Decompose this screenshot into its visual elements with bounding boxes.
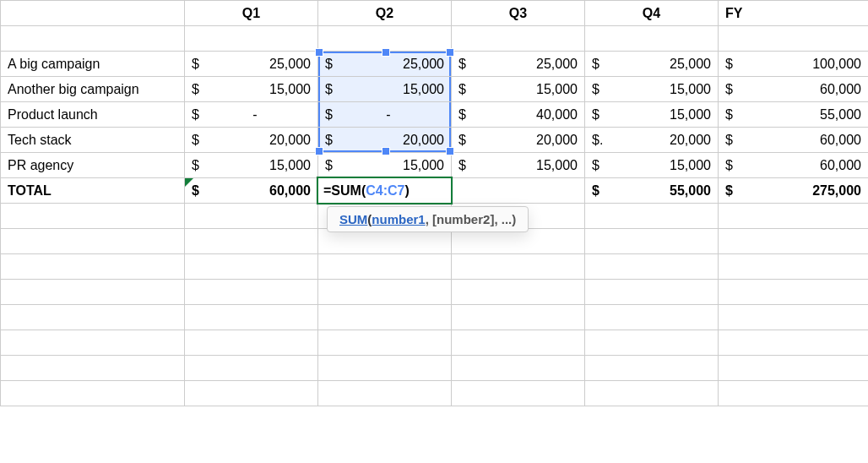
formula-function-name: SUM (331, 183, 361, 199)
currency-symbol: $ (192, 57, 199, 72)
row-label[interactable]: Product launch (1, 102, 185, 128)
total-label[interactable]: TOTAL (1, 178, 185, 204)
formula-equals: = (323, 183, 331, 199)
range-handle-icon[interactable] (446, 48, 454, 57)
cell-q2 range-cell[interactable]: $25,000 (318, 52, 452, 77)
header-q3[interactable]: Q3 (452, 1, 585, 26)
cell-q2[interactable]: $15,000 (318, 153, 452, 178)
range-handle-icon[interactable] (315, 48, 323, 57)
active-formula-cell[interactable]: =SUM(C4:C7) SUM(number1, [number2], ...) (318, 178, 452, 204)
empty-row (1, 26, 869, 52)
currency-symbol: $ (458, 57, 466, 72)
cell-q4[interactable]: $25,000 (585, 52, 719, 77)
total-q1[interactable]: $60,000 (185, 178, 318, 204)
cell-q2 range-cell[interactable]: $15,000 (318, 77, 452, 102)
row-label[interactable]: Tech stack (1, 128, 185, 153)
row-label[interactable]: Another big campaign (1, 77, 185, 102)
total-fy[interactable]: $275,000 (719, 178, 869, 204)
cell-q3[interactable]: $25,000 (452, 52, 585, 77)
table-row: Tech stack $20,000 $20,000 $20,000 $.20,… (1, 128, 869, 153)
total-q4[interactable]: $55,000 (585, 178, 719, 204)
cell-q3[interactable]: $40,000 (452, 102, 585, 128)
total-row: TOTAL $60,000 =SUM(C4:C7) SUM(number1, [… (1, 178, 869, 204)
formula-range-ref: C4:C7 (366, 183, 404, 199)
cell-q3[interactable]: $15,000 (452, 77, 585, 102)
cell-q3[interactable]: $15,000 (452, 153, 585, 178)
cell-q3[interactable]: $20,000 (452, 128, 585, 153)
formula-editor[interactable]: =SUM(C4:C7) (317, 177, 453, 204)
cell-q1[interactable]: $20,000 (185, 128, 318, 153)
cell-q2 range-cell[interactable]: $- (318, 102, 452, 128)
range-handle-icon[interactable] (315, 147, 323, 155)
cell-fy[interactable]: $60,000 (719, 153, 869, 178)
cell-fy[interactable]: $100,000 (719, 52, 869, 77)
currency-symbol: $ (592, 57, 599, 72)
cell-q4[interactable]: $.20,000 (585, 128, 719, 153)
row-label[interactable]: PR agency (1, 153, 185, 178)
row-label[interactable]: A big campaign (1, 52, 185, 77)
total-q3[interactable] (452, 178, 585, 204)
header-q2[interactable]: Q2 (318, 1, 452, 26)
cell-q4[interactable]: $15,000 (585, 153, 719, 178)
function-tooltip: SUM(number1, [number2], ...) (327, 206, 529, 232)
header-fy[interactable]: FY (719, 1, 869, 26)
spreadsheet-grid[interactable]: Q1 Q2 Q3 Q4 FY A big campaign $25,000 $2… (0, 0, 868, 406)
cell-q2 range-cell[interactable]: $20,000 (318, 128, 452, 153)
cell-fy[interactable]: $55,000 (719, 102, 869, 128)
cell-q4[interactable]: $15,000 (585, 102, 719, 128)
range-handle-icon[interactable] (382, 147, 390, 155)
currency-symbol: $ (725, 57, 733, 72)
error-indicator-icon (185, 178, 193, 187)
cell-q1[interactable]: $15,000 (185, 77, 318, 102)
cell-fy[interactable]: $60,000 (719, 128, 869, 153)
table-row: PR agency $15,000 $15,000 $15,000 $15,00… (1, 153, 869, 178)
table-row: A big campaign $25,000 $25,000 $25,000 $… (1, 52, 869, 77)
table-row: Another big campaign $15,000 $15,000 $15… (1, 77, 869, 102)
cell-q1[interactable]: $- (185, 102, 318, 128)
cell-q1[interactable]: $25,000 (185, 52, 318, 77)
range-handle-icon[interactable] (446, 147, 454, 155)
cell-fy[interactable]: $60,000 (719, 77, 869, 102)
tooltip-current-arg: number1 (372, 212, 425, 226)
currency-symbol: $ (325, 57, 333, 72)
header-q4[interactable]: Q4 (585, 1, 719, 26)
table-row: Product launch $- $- $40,000 $15,000 $55… (1, 102, 869, 128)
cell-blank[interactable] (1, 1, 185, 26)
cell-q4[interactable]: $15,000 (585, 77, 719, 102)
header-q1[interactable]: Q1 (185, 1, 318, 26)
tooltip-function-name[interactable]: SUM (339, 212, 367, 226)
header-row: Q1 Q2 Q3 Q4 FY (1, 1, 869, 26)
range-handle-icon[interactable] (382, 48, 390, 57)
cell-q1[interactable]: $15,000 (185, 153, 318, 178)
